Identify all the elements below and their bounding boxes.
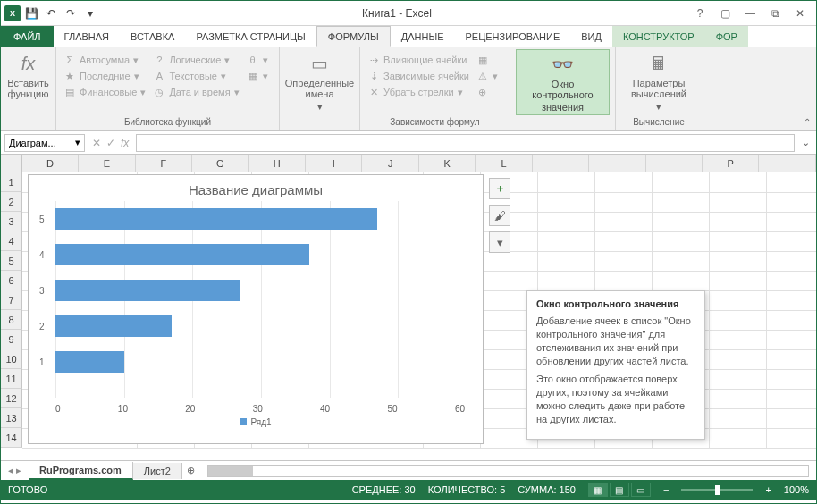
- undo-icon[interactable]: ↶: [42, 4, 60, 22]
- help-icon[interactable]: ?: [691, 4, 709, 22]
- tab-data[interactable]: ДАННЫЕ: [391, 26, 455, 47]
- save-icon[interactable]: 💾: [22, 4, 40, 22]
- tab-view[interactable]: ВИД: [570, 26, 612, 47]
- defined-names-button[interactable]: ▭ Определенные имена ▾: [285, 49, 354, 114]
- more-fn-button[interactable]: θ▾: [245, 53, 270, 67]
- row-header[interactable]: 4: [1, 231, 22, 251]
- row-header[interactable]: 13: [1, 408, 22, 428]
- name-box[interactable]: Диаграм...▾: [4, 134, 85, 152]
- formula-bar[interactable]: [136, 134, 795, 152]
- sheet-nav-prev-icon[interactable]: ◂ ▸: [1, 465, 29, 476]
- col-header[interactable]: G: [192, 155, 248, 172]
- chart-bar[interactable]: [55, 351, 124, 373]
- row-header[interactable]: 9: [1, 330, 22, 349]
- recent-button[interactable]: ★Последние ▾: [62, 69, 147, 83]
- remove-arrows-button[interactable]: ✕Убрать стрелки ▾: [366, 85, 471, 99]
- view-pagebreak-icon[interactable]: ▭: [631, 483, 651, 497]
- tab-home[interactable]: ГЛАВНАЯ: [54, 26, 120, 47]
- enter-icon[interactable]: ✓: [106, 137, 115, 149]
- col-header[interactable]: F: [136, 155, 192, 172]
- chart-plot-area[interactable]: 010203040506054321: [55, 201, 465, 398]
- minimize-icon[interactable]: —: [741, 4, 759, 22]
- col-header[interactable]: [533, 155, 589, 172]
- tab-file[interactable]: ФАЙЛ: [1, 26, 54, 47]
- chart-bar[interactable]: [55, 208, 377, 230]
- insert-function-button[interactable]: fx Вставить функцию: [6, 49, 50, 101]
- horizontal-scrollbar[interactable]: [207, 465, 809, 477]
- col-header[interactable]: I: [306, 155, 362, 172]
- datetime-button[interactable]: ◷Дата и время ▾: [151, 85, 240, 99]
- sheet-tab-1[interactable]: RuPrograms.com: [29, 462, 133, 480]
- trace-precedents-button[interactable]: ⇢Влияющие ячейки: [366, 53, 471, 67]
- tab-formulas[interactable]: ФОРМУЛЫ: [316, 26, 391, 47]
- evaluate-button[interactable]: ⊕: [475, 85, 500, 99]
- row-header[interactable]: 12: [1, 389, 22, 408]
- col-header[interactable]: [759, 155, 815, 172]
- chevron-down-icon[interactable]: ▾: [75, 137, 80, 148]
- trace-dependents-button[interactable]: ⇣Зависимые ячейки: [366, 69, 471, 83]
- row-header[interactable]: 10: [1, 349, 22, 369]
- logical-button[interactable]: ?Логические ▾: [151, 53, 240, 67]
- chart-filter-icon[interactable]: ▾: [489, 231, 510, 253]
- tab-review[interactable]: РЕЦЕНЗИРОВАНИЕ: [454, 26, 570, 47]
- watch-window-button[interactable]: 👓 Окно контрольного значения: [516, 49, 610, 115]
- chart-title[interactable]: Название диаграммы: [29, 175, 483, 201]
- chart-bar[interactable]: [55, 244, 309, 265]
- col-header[interactable]: [589, 155, 645, 172]
- zoom-thumb[interactable]: [715, 485, 720, 495]
- chart-styles-icon[interactable]: 🖌: [489, 205, 510, 226]
- col-header[interactable]: [646, 155, 703, 172]
- chart-bar[interactable]: [55, 315, 172, 337]
- col-header[interactable]: E: [79, 155, 135, 172]
- col-header[interactable]: D: [22, 155, 79, 172]
- row-header[interactable]: 14: [1, 428, 22, 448]
- col-header[interactable]: L: [476, 155, 532, 172]
- expand-formula-bar-icon[interactable]: ⌄: [798, 137, 813, 148]
- error-check-button[interactable]: ⚠▾: [475, 69, 500, 83]
- zoom-level[interactable]: 100%: [784, 484, 809, 495]
- col-header[interactable]: H: [249, 155, 306, 172]
- embedded-chart[interactable]: Название диаграммы 010203040506054321 Ря…: [28, 174, 484, 444]
- fx-bar-icon[interactable]: fx: [121, 137, 129, 149]
- row-header[interactable]: 5: [1, 251, 22, 271]
- col-header[interactable]: K: [419, 155, 476, 172]
- tab-format[interactable]: ФОР: [705, 26, 748, 47]
- calc-group-label: Вычисление: [621, 115, 696, 129]
- financial-button[interactable]: ▤Финансовые ▾: [62, 85, 147, 99]
- row-header[interactable]: 7: [1, 290, 22, 310]
- row-header[interactable]: 11: [1, 369, 22, 389]
- collapse-ribbon-icon[interactable]: ⌃: [804, 117, 811, 127]
- chart-add-element-icon[interactable]: ＋: [489, 178, 510, 199]
- select-all[interactable]: [1, 155, 22, 172]
- show-formulas-button[interactable]: ▦: [475, 53, 500, 67]
- close-icon[interactable]: ✕: [791, 4, 809, 22]
- col-header[interactable]: J: [362, 155, 418, 172]
- scroll-thumb[interactable]: [208, 466, 253, 476]
- autosum-button[interactable]: ΣАвтосумма ▾: [62, 53, 147, 67]
- text-button[interactable]: AТекстовые ▾: [151, 69, 240, 83]
- add-sheet-icon[interactable]: ⊕: [182, 465, 200, 476]
- col-header[interactable]: P: [703, 155, 759, 172]
- tab-pagelayout[interactable]: РАЗМЕТКА СТРАНИЦЫ: [185, 26, 316, 47]
- row-header[interactable]: 1: [1, 172, 22, 192]
- chart-bar[interactable]: [55, 280, 240, 301]
- row-header[interactable]: 3: [1, 212, 22, 231]
- qat-dropdown-icon[interactable]: ▾: [81, 4, 99, 22]
- sheet-tab-2[interactable]: Лист2: [133, 463, 182, 479]
- tab-design[interactable]: КОНСТРУКТОР: [612, 26, 705, 47]
- ribbon-options-icon[interactable]: ▢: [716, 4, 734, 22]
- row-header[interactable]: 8: [1, 310, 22, 330]
- view-normal-icon[interactable]: ▦: [588, 483, 608, 497]
- row-header[interactable]: 2: [1, 192, 22, 212]
- cancel-icon[interactable]: ✕: [92, 137, 101, 149]
- calc-options-button[interactable]: 🖩 Параметры вычислений ▾: [621, 49, 696, 114]
- redo-icon[interactable]: ↷: [62, 4, 80, 22]
- view-pagelayout-icon[interactable]: ▤: [610, 483, 629, 497]
- more-fn2-button[interactable]: ▦▾: [245, 69, 270, 83]
- zoom-slider[interactable]: [681, 489, 753, 491]
- restore-icon[interactable]: ⧉: [766, 4, 784, 22]
- tab-insert[interactable]: ВСТАВКА: [120, 26, 185, 47]
- zoom-out-icon[interactable]: −: [663, 484, 669, 495]
- zoom-in-icon[interactable]: +: [765, 484, 771, 495]
- row-header[interactable]: 6: [1, 271, 22, 290]
